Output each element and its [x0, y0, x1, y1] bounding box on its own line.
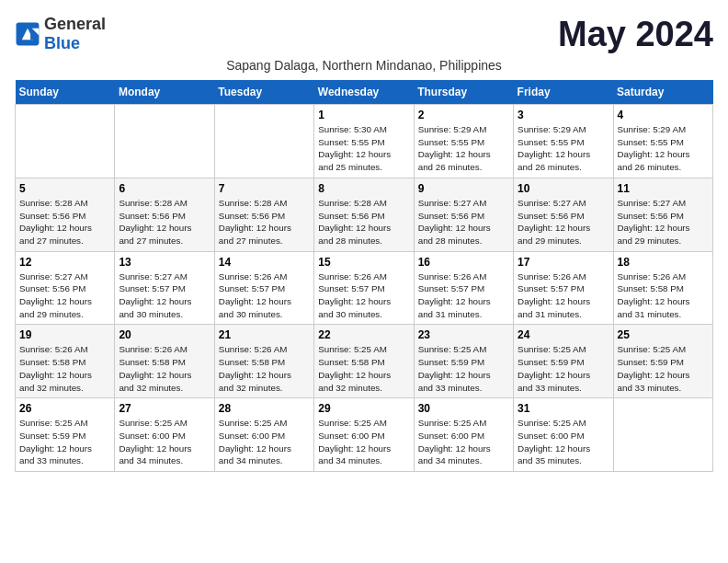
- day-number: 19: [19, 328, 110, 341]
- day-number: 22: [318, 328, 409, 341]
- day-cell: 17Sunrise: 5:26 AM Sunset: 5:57 PM Dayli…: [514, 251, 613, 325]
- day-cell: 31Sunrise: 5:25 AM Sunset: 6:00 PM Dayli…: [514, 398, 613, 472]
- day-cell: 7Sunrise: 5:28 AM Sunset: 5:56 PM Daylig…: [214, 178, 313, 251]
- header: General Blue May 2024: [15, 15, 713, 54]
- day-cell: 5Sunrise: 5:28 AM Sunset: 5:56 PM Daylig…: [16, 178, 115, 251]
- day-info: Sunrise: 5:27 AM Sunset: 5:56 PM Dayligh…: [518, 197, 609, 247]
- logo: General Blue: [15, 15, 106, 53]
- week-row-4: 19Sunrise: 5:26 AM Sunset: 5:58 PM Dayli…: [16, 325, 713, 398]
- day-number: 2: [418, 109, 509, 121]
- day-cell: 15Sunrise: 5:26 AM Sunset: 5:57 PM Dayli…: [314, 251, 414, 325]
- day-cell: 12Sunrise: 5:27 AM Sunset: 5:56 PM Dayli…: [16, 251, 115, 325]
- day-info: Sunrise: 5:25 AM Sunset: 5:59 PM Dayligh…: [418, 343, 509, 394]
- day-info: Sunrise: 5:29 AM Sunset: 5:55 PM Dayligh…: [518, 123, 609, 174]
- day-cell: 6Sunrise: 5:28 AM Sunset: 5:56 PM Daylig…: [115, 178, 214, 251]
- day-cell: [16, 105, 115, 178]
- day-cell: 10Sunrise: 5:27 AM Sunset: 5:56 PM Dayli…: [514, 178, 613, 251]
- day-info: Sunrise: 5:26 AM Sunset: 5:58 PM Dayligh…: [119, 343, 210, 394]
- day-info: Sunrise: 5:28 AM Sunset: 5:56 PM Dayligh…: [219, 197, 310, 247]
- day-info: Sunrise: 5:25 AM Sunset: 6:00 PM Dayligh…: [219, 417, 310, 467]
- day-cell: 30Sunrise: 5:25 AM Sunset: 6:00 PM Dayli…: [414, 398, 513, 472]
- day-cell: 24Sunrise: 5:25 AM Sunset: 5:59 PM Dayli…: [514, 325, 613, 398]
- day-number: 5: [19, 182, 110, 195]
- day-info: Sunrise: 5:28 AM Sunset: 5:56 PM Dayligh…: [119, 197, 210, 247]
- week-row-5: 26Sunrise: 5:25 AM Sunset: 5:59 PM Dayli…: [16, 398, 713, 472]
- day-number: 29: [318, 402, 409, 415]
- day-number: 13: [119, 256, 210, 269]
- day-cell: 2Sunrise: 5:29 AM Sunset: 5:55 PM Daylig…: [414, 105, 513, 178]
- day-info: Sunrise: 5:25 AM Sunset: 5:59 PM Dayligh…: [618, 343, 709, 394]
- day-cell: 26Sunrise: 5:25 AM Sunset: 5:59 PM Dayli…: [16, 398, 115, 472]
- subtitle: Sapang Dalaga, Northern Mindanao, Philip…: [15, 58, 713, 73]
- day-cell: 3Sunrise: 5:29 AM Sunset: 5:55 PM Daylig…: [514, 105, 613, 178]
- day-info: Sunrise: 5:26 AM Sunset: 5:57 PM Dayligh…: [418, 270, 509, 321]
- header-cell-thursday: Thursday: [414, 80, 513, 105]
- day-info: Sunrise: 5:27 AM Sunset: 5:56 PM Dayligh…: [618, 197, 709, 247]
- day-cell: 27Sunrise: 5:25 AM Sunset: 6:00 PM Dayli…: [115, 398, 214, 472]
- header-row: SundayMondayTuesdayWednesdayThursdayFrid…: [16, 80, 713, 105]
- week-row-2: 5Sunrise: 5:28 AM Sunset: 5:56 PM Daylig…: [16, 178, 713, 251]
- day-number: 28: [219, 402, 310, 415]
- day-info: Sunrise: 5:25 AM Sunset: 5:58 PM Dayligh…: [318, 343, 409, 394]
- day-info: Sunrise: 5:25 AM Sunset: 6:00 PM Dayligh…: [518, 417, 609, 467]
- day-number: 14: [219, 256, 310, 269]
- day-number: 4: [618, 109, 709, 121]
- day-info: Sunrise: 5:27 AM Sunset: 5:56 PM Dayligh…: [418, 197, 509, 247]
- day-cell: 18Sunrise: 5:26 AM Sunset: 5:58 PM Dayli…: [613, 251, 712, 325]
- day-info: Sunrise: 5:26 AM Sunset: 5:58 PM Dayligh…: [219, 343, 310, 394]
- day-cell: [214, 105, 313, 178]
- day-cell: 25Sunrise: 5:25 AM Sunset: 5:59 PM Dayli…: [613, 325, 712, 398]
- day-number: 12: [19, 256, 110, 269]
- day-cell: 21Sunrise: 5:26 AM Sunset: 5:58 PM Dayli…: [214, 325, 313, 398]
- day-info: Sunrise: 5:28 AM Sunset: 5:56 PM Dayligh…: [19, 197, 110, 247]
- day-cell: 16Sunrise: 5:26 AM Sunset: 5:57 PM Dayli…: [414, 251, 513, 325]
- logo-text: General Blue: [44, 15, 106, 53]
- day-info: Sunrise: 5:26 AM Sunset: 5:57 PM Dayligh…: [318, 270, 409, 321]
- day-number: 18: [618, 256, 709, 269]
- day-cell: 19Sunrise: 5:26 AM Sunset: 5:58 PM Dayli…: [16, 325, 115, 398]
- header-cell-wednesday: Wednesday: [314, 80, 414, 105]
- day-info: Sunrise: 5:29 AM Sunset: 5:55 PM Dayligh…: [618, 123, 709, 174]
- day-number: 25: [618, 328, 709, 341]
- header-cell-friday: Friday: [514, 80, 613, 105]
- day-number: 1: [318, 109, 409, 121]
- week-row-3: 12Sunrise: 5:27 AM Sunset: 5:56 PM Dayli…: [16, 251, 713, 325]
- day-info: Sunrise: 5:25 AM Sunset: 6:00 PM Dayligh…: [318, 417, 409, 467]
- day-number: 9: [418, 182, 509, 195]
- day-number: 30: [418, 402, 509, 415]
- logo-blue: Blue: [44, 34, 80, 52]
- day-cell: 1Sunrise: 5:30 AM Sunset: 5:55 PM Daylig…: [314, 105, 414, 178]
- day-info: Sunrise: 5:28 AM Sunset: 5:56 PM Dayligh…: [318, 197, 409, 247]
- day-info: Sunrise: 5:26 AM Sunset: 5:58 PM Dayligh…: [19, 343, 110, 394]
- day-cell: [115, 105, 214, 178]
- header-cell-sunday: Sunday: [16, 80, 115, 105]
- calendar-table: SundayMondayTuesdayWednesdayThursdayFrid…: [15, 80, 713, 472]
- day-info: Sunrise: 5:26 AM Sunset: 5:58 PM Dayligh…: [618, 270, 709, 321]
- day-number: 17: [518, 256, 609, 269]
- day-info: Sunrise: 5:25 AM Sunset: 5:59 PM Dayligh…: [518, 343, 609, 394]
- logo-general: General: [44, 15, 106, 33]
- header-cell-monday: Monday: [115, 80, 214, 105]
- day-number: 24: [518, 328, 609, 341]
- day-cell: [613, 398, 712, 472]
- day-cell: 23Sunrise: 5:25 AM Sunset: 5:59 PM Dayli…: [414, 325, 513, 398]
- day-cell: 9Sunrise: 5:27 AM Sunset: 5:56 PM Daylig…: [414, 178, 513, 251]
- day-cell: 4Sunrise: 5:29 AM Sunset: 5:55 PM Daylig…: [613, 105, 712, 178]
- day-info: Sunrise: 5:26 AM Sunset: 5:57 PM Dayligh…: [219, 270, 310, 321]
- logo-icon: [15, 21, 40, 47]
- day-number: 6: [119, 182, 210, 195]
- day-number: 21: [219, 328, 310, 341]
- day-number: 8: [318, 182, 409, 195]
- day-number: 3: [518, 109, 609, 121]
- day-info: Sunrise: 5:25 AM Sunset: 6:00 PM Dayligh…: [119, 417, 210, 467]
- day-number: 15: [318, 256, 409, 269]
- day-info: Sunrise: 5:27 AM Sunset: 5:57 PM Dayligh…: [119, 270, 210, 321]
- header-cell-tuesday: Tuesday: [214, 80, 313, 105]
- day-number: 20: [119, 328, 210, 341]
- day-info: Sunrise: 5:29 AM Sunset: 5:55 PM Dayligh…: [418, 123, 509, 174]
- day-info: Sunrise: 5:26 AM Sunset: 5:57 PM Dayligh…: [518, 270, 609, 321]
- day-cell: 13Sunrise: 5:27 AM Sunset: 5:57 PM Dayli…: [115, 251, 214, 325]
- header-cell-saturday: Saturday: [613, 80, 712, 105]
- day-info: Sunrise: 5:30 AM Sunset: 5:55 PM Dayligh…: [318, 123, 409, 174]
- day-cell: 11Sunrise: 5:27 AM Sunset: 5:56 PM Dayli…: [613, 178, 712, 251]
